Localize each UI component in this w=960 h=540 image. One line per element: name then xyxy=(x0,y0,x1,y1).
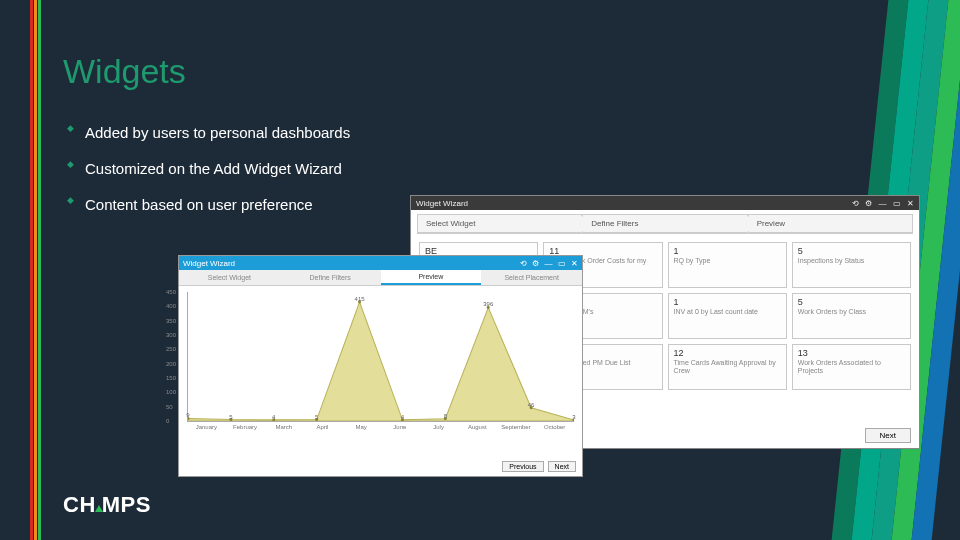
minimize-icon[interactable]: — xyxy=(545,259,553,268)
page-title: Widgets xyxy=(63,52,186,91)
close-icon[interactable]: ✕ xyxy=(571,259,578,268)
wizard-steps: Select Widget Define Filters Preview Sel… xyxy=(179,270,582,286)
window-titlebar: Widget Wizard ⟲ ⚙ — ▭ ✕ xyxy=(179,256,582,270)
widget-tile[interactable]: 1INV at 0 by Last count date xyxy=(668,293,787,339)
brand-logo: CHMPS xyxy=(63,492,151,518)
gear-icon[interactable]: ⚙ xyxy=(532,259,539,268)
list-item: Content based on user preference xyxy=(67,190,350,220)
maximize-icon[interactable]: ▭ xyxy=(893,199,901,208)
widget-tile[interactable]: 5Inspections by Status xyxy=(792,242,911,288)
window-title: Widget Wizard xyxy=(183,259,235,268)
step-select-widget[interactable]: Select Widget xyxy=(179,270,280,285)
gear-icon[interactable]: ⚙ xyxy=(865,199,872,208)
refresh-icon[interactable]: ⟲ xyxy=(520,259,527,268)
widget-wizard-preview-window: Widget Wizard ⟲ ⚙ — ▭ ✕ Select Widget De… xyxy=(178,255,583,477)
left-accent-lines xyxy=(30,0,42,540)
list-item: Added by users to personal dashboards xyxy=(67,118,350,148)
widget-tile[interactable]: 1RQ by Type xyxy=(668,242,787,288)
step-select-widget[interactable]: Select Widget xyxy=(417,214,582,233)
widget-tile[interactable]: 13Work Orders Associated to Projects xyxy=(792,344,911,390)
widget-tile[interactable]: 5Work Orders by Class xyxy=(792,293,911,339)
window-titlebar: Widget Wizard ⟲ ⚙ — ▭ ✕ xyxy=(411,196,919,210)
bullet-list: Added by users to personal dashboards Cu… xyxy=(67,118,350,226)
line-chart: 0501001502002503003504004509545415483964… xyxy=(187,292,574,422)
next-button[interactable]: Next xyxy=(865,428,911,443)
x-axis-labels: JanuaryFebruaryMarchAprilMayJuneJulyAugu… xyxy=(187,424,574,430)
window-title: Widget Wizard xyxy=(416,199,468,208)
chart-area: 0501001502002503003504004509545415483964… xyxy=(179,286,582,446)
triangle-icon xyxy=(95,505,103,512)
previous-button[interactable]: Previous xyxy=(502,461,543,472)
step-select-placement[interactable]: Select Placement xyxy=(481,270,582,285)
step-preview[interactable]: Preview xyxy=(381,270,482,285)
list-item: Customized on the Add Widget Wizard xyxy=(67,154,350,184)
wizard-steps: Select Widget Define Filters Preview xyxy=(417,214,913,234)
window-controls: ⟲ ⚙ — ▭ ✕ xyxy=(848,199,914,208)
close-icon[interactable]: ✕ xyxy=(907,199,914,208)
maximize-icon[interactable]: ▭ xyxy=(558,259,566,268)
next-button[interactable]: Next xyxy=(548,461,576,472)
window-controls: ⟲ ⚙ — ▭ ✕ xyxy=(517,259,578,268)
minimize-icon[interactable]: — xyxy=(879,199,887,208)
step-define-filters[interactable]: Define Filters xyxy=(582,214,747,233)
step-define-filters[interactable]: Define Filters xyxy=(280,270,381,285)
widget-tile[interactable]: 12Time Cards Awaiting Approval by Crew xyxy=(668,344,787,390)
refresh-icon[interactable]: ⟲ xyxy=(852,199,859,208)
step-preview[interactable]: Preview xyxy=(748,214,913,233)
